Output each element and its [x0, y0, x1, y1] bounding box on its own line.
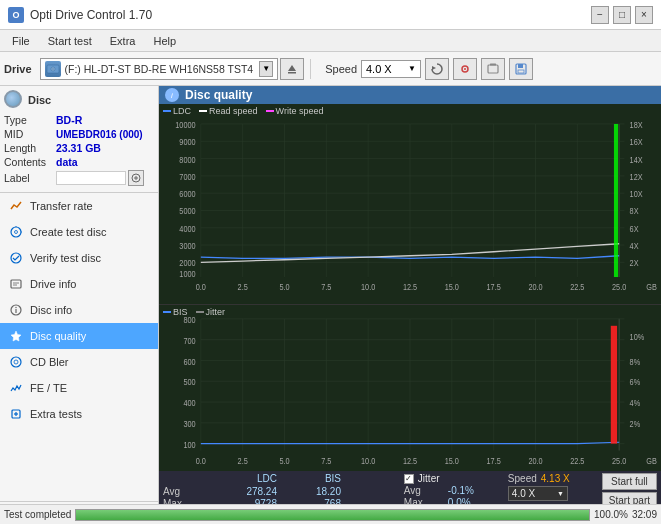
- read-speed-legend-label: Read speed: [209, 106, 258, 116]
- nav-extra-tests[interactable]: Extra tests: [0, 401, 158, 427]
- app-title: Opti Drive Control 1.70: [30, 8, 152, 22]
- nav-fe-te[interactable]: FE / TE: [0, 375, 158, 401]
- drive-icon: [45, 61, 61, 77]
- stats-avg-label: Avg: [163, 486, 203, 497]
- titlebar: O Opti Drive Control 1.70 − □ ×: [0, 0, 661, 30]
- save-button[interactable]: [509, 58, 533, 80]
- disc-contents-label: Contents: [4, 156, 56, 168]
- create-disc-icon: [8, 224, 24, 240]
- svg-text:22.5: 22.5: [570, 455, 584, 466]
- svg-rect-4: [288, 72, 296, 74]
- svg-text:7.5: 7.5: [321, 281, 331, 292]
- progress-bar: [75, 509, 590, 521]
- drive-name: (F:) HL-DT-ST BD-RE WH16NS58 TST4: [65, 63, 254, 75]
- svg-point-2: [52, 68, 53, 69]
- nav-verify-test-disc[interactable]: Verify test disc: [0, 245, 158, 271]
- maximize-button[interactable]: □: [613, 6, 631, 24]
- svg-text:8%: 8%: [630, 355, 641, 366]
- ldc-header: LDC: [207, 473, 277, 484]
- top-chart-legend: LDC Read speed Write speed: [163, 106, 323, 116]
- disc-label-button[interactable]: [128, 170, 144, 186]
- disc-header: Disc: [4, 90, 154, 110]
- menu-file[interactable]: File: [4, 33, 38, 49]
- jitter-legend-dot: [196, 311, 204, 313]
- svg-text:500: 500: [183, 376, 195, 387]
- svg-text:600: 600: [183, 355, 195, 366]
- disc-length-value: 23.31 GB: [56, 142, 101, 154]
- menu-help[interactable]: Help: [145, 33, 184, 49]
- nav-verify-disc-label: Verify test disc: [30, 252, 101, 264]
- settings-button-2[interactable]: [481, 58, 505, 80]
- sidebar: Disc Type BD-R MID UMEBDR016 (000) Lengt…: [0, 86, 159, 524]
- top-chart-svg: 10000 9000 8000 7000 6000 5000 4000 3000…: [159, 104, 661, 304]
- svg-text:6X: 6X: [630, 223, 639, 234]
- disc-quality-icon: [8, 328, 24, 344]
- disc-length-label: Length: [4, 142, 56, 154]
- bis-legend-label: BIS: [173, 307, 188, 317]
- svg-text:2.5: 2.5: [238, 281, 248, 292]
- nav-disc-info-label: Disc info: [30, 304, 72, 316]
- disc-type-label: Type: [4, 114, 56, 126]
- chart-area: i Disc quality LDC Read speed: [159, 86, 661, 524]
- svg-text:8X: 8X: [630, 206, 639, 217]
- toolbar: Drive (F:) HL-DT-ST BD-RE WH16NS58 TST4 …: [0, 52, 661, 86]
- speed-dropdown[interactable]: 4.0 X ▼: [508, 486, 568, 501]
- svg-text:7.5: 7.5: [321, 455, 331, 466]
- nav-cd-bler[interactable]: CD Bler: [0, 349, 158, 375]
- minimize-button[interactable]: −: [591, 6, 609, 24]
- svg-text:12X: 12X: [630, 171, 643, 182]
- disc-icon: [4, 90, 24, 110]
- disc-label-input[interactable]: [56, 171, 126, 185]
- nav-transfer-rate-label: Transfer rate: [30, 200, 93, 212]
- menu-extra[interactable]: Extra: [102, 33, 144, 49]
- svg-text:17.5: 17.5: [487, 281, 502, 292]
- nav-transfer-rate[interactable]: Transfer rate: [0, 193, 158, 219]
- jitter-checkbox[interactable]: ✓: [404, 474, 414, 484]
- speed-select[interactable]: 4.0 X ▼: [361, 60, 421, 78]
- close-button[interactable]: ×: [635, 6, 653, 24]
- svg-rect-125: [611, 325, 617, 443]
- write-speed-legend-dot: [266, 110, 274, 112]
- settings-button-1[interactable]: [453, 58, 477, 80]
- svg-point-25: [14, 360, 18, 364]
- bottom-chart: BIS Jitter: [159, 305, 661, 471]
- ldc-legend-dot: [163, 110, 171, 112]
- speed-section-value: 4.13 X: [541, 473, 570, 484]
- drive-label: Drive: [4, 63, 32, 75]
- svg-point-22: [15, 307, 16, 308]
- nav-disc-quality[interactable]: Disc quality: [0, 323, 158, 349]
- bis-legend: BIS: [163, 307, 188, 317]
- eject-button[interactable]: [280, 58, 304, 80]
- speed-label: Speed: [325, 63, 357, 75]
- bottom-chart-svg: 800 700 600 500 400 300 100 10% 8% 6% 4%…: [159, 305, 661, 471]
- drive-dropdown[interactable]: ▼: [259, 61, 273, 77]
- disc-mid-label: MID: [4, 128, 56, 140]
- svg-text:10X: 10X: [630, 188, 643, 199]
- verify-disc-icon: [8, 250, 24, 266]
- nav-create-test-disc[interactable]: Create test disc: [0, 219, 158, 245]
- svg-text:25.0: 25.0: [612, 455, 626, 466]
- nav-disc-info[interactable]: Disc info: [0, 297, 158, 323]
- svg-rect-9: [490, 63, 496, 65]
- nav-drive-info[interactable]: Drive info: [0, 271, 158, 297]
- svg-point-15: [15, 231, 18, 234]
- jitter-legend: Jitter: [196, 307, 226, 317]
- toolbar-separator-1: [310, 59, 311, 79]
- menu-start-test[interactable]: Start test: [40, 33, 100, 49]
- svg-text:2.5: 2.5: [238, 455, 248, 466]
- svg-text:9000: 9000: [179, 136, 196, 147]
- svg-text:25.0: 25.0: [612, 281, 627, 292]
- disc-section: Disc Type BD-R MID UMEBDR016 (000) Lengt…: [0, 86, 158, 193]
- jitter-legend-label: Jitter: [206, 307, 226, 317]
- svg-text:10.0: 10.0: [361, 281, 376, 292]
- refresh-button[interactable]: [425, 58, 449, 80]
- start-full-button[interactable]: Start full: [602, 473, 657, 490]
- svg-text:18X: 18X: [630, 119, 643, 130]
- svg-text:300: 300: [183, 418, 195, 429]
- stats-avg-row: Avg 278.24 18.20: [163, 486, 400, 497]
- svg-text:16X: 16X: [630, 136, 643, 147]
- svg-marker-23: [11, 331, 21, 341]
- drive-select[interactable]: (F:) HL-DT-ST BD-RE WH16NS58 TST4 ▼: [40, 58, 279, 80]
- disc-mid-value: UMEBDR016 (000): [56, 129, 143, 140]
- svg-rect-8: [488, 65, 498, 73]
